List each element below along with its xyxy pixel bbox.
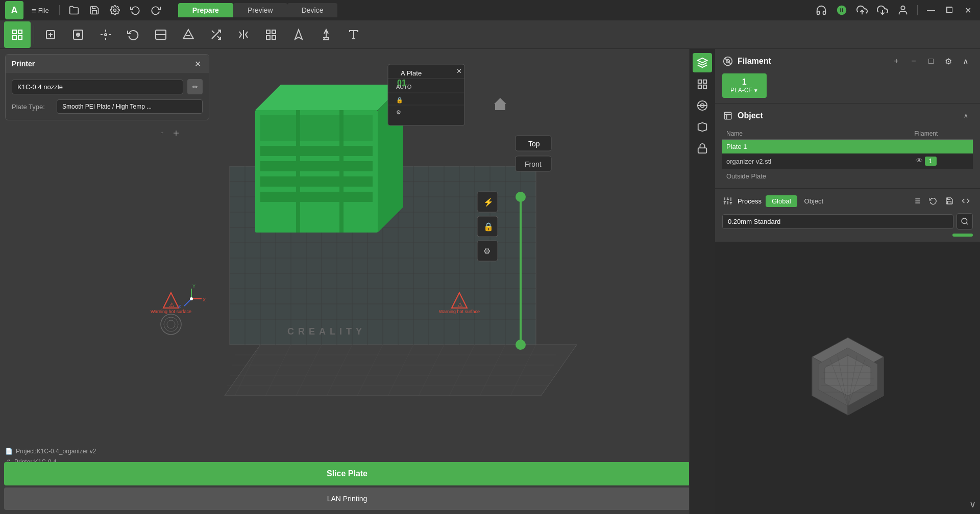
- orbit-icon-btn[interactable]: [693, 96, 712, 115]
- minimize-btn[interactable]: —: [924, 3, 938, 17]
- svg-text:⚙: ⚙: [483, 247, 491, 255]
- tab-prepare[interactable]: Prepare: [178, 3, 233, 17]
- shortcuts-icon-btn[interactable]: [693, 139, 712, 158]
- printer-select[interactable]: K1C-0.4 nozzle: [12, 80, 183, 94]
- add-object-btn[interactable]: [37, 21, 64, 48]
- object-section: Object ∧ Name Filament Plate 1: [715, 104, 980, 189]
- hollow-btn[interactable]: [175, 21, 202, 48]
- file-menu[interactable]: ≡ File: [28, 4, 53, 17]
- cut-btn[interactable]: [148, 21, 174, 48]
- preview-expand-btn[interactable]: ∨: [969, 499, 976, 510]
- titlebar-sep-1: [59, 5, 60, 15]
- filament-section-title: Filament: [738, 57, 771, 66]
- mirror-btn[interactable]: [230, 21, 257, 48]
- maximize-btn[interactable]: ⧠: [942, 3, 957, 17]
- process-settings-btn[interactable]: [959, 194, 973, 208]
- svg-rect-147: [724, 112, 731, 119]
- filament-number: 1: [742, 78, 747, 87]
- filament-list-btn[interactable]: □: [924, 54, 938, 68]
- undo-btn[interactable]: [127, 2, 143, 18]
- printer-edit-btn[interactable]: ✏: [187, 79, 203, 94]
- svg-rect-138: [698, 80, 701, 83]
- svg-text:⚡: ⚡: [483, 197, 494, 207]
- orient-btn[interactable]: [285, 21, 312, 48]
- redo-btn[interactable]: [148, 2, 164, 18]
- svg-rect-7: [18, 36, 22, 39]
- close-btn[interactable]: ✕: [961, 3, 975, 17]
- view-tool-btn[interactable]: [4, 21, 31, 48]
- filament-remove-btn[interactable]: −: [906, 54, 921, 68]
- add-plate-btn[interactable]: [65, 21, 91, 48]
- headset-icon[interactable]: [813, 2, 829, 18]
- rotate-btn[interactable]: [120, 21, 146, 48]
- filament-add-btn[interactable]: +: [889, 54, 903, 68]
- svg-point-0: [113, 9, 116, 12]
- account-icon[interactable]: [895, 2, 911, 18]
- right-panel: Filament + − □ ⚙ ∧ 1 PLA-CF ▼: [715, 49, 980, 514]
- toolbar-sep-1: [34, 25, 34, 44]
- project-row: 📄 Project:K1C-0.4_organizer v2: [5, 446, 96, 457]
- svg-text:Y: Y: [192, 284, 195, 289]
- visibility-icon[interactable]: 👁: [916, 157, 923, 165]
- svg-rect-4: [13, 30, 16, 34]
- layers-icon-btn[interactable]: [693, 53, 712, 72]
- titlebar: A ≡ File Prepare Preview Device: [0, 0, 980, 20]
- right-side-icons: [689, 49, 715, 514]
- tab-object[interactable]: Object: [798, 195, 830, 207]
- process-list-btn[interactable]: [910, 194, 924, 208]
- svg-rect-6: [13, 36, 16, 39]
- process-undo-btn[interactable]: [926, 194, 940, 208]
- tab-preview[interactable]: Preview: [233, 3, 287, 17]
- svg-rect-93: [388, 64, 464, 125]
- transform-btn[interactable]: [92, 21, 119, 48]
- arrange-btn[interactable]: [258, 21, 284, 48]
- support-btn[interactable]: [313, 21, 339, 48]
- filament-icon: [722, 56, 733, 67]
- download-icon[interactable]: [874, 2, 891, 18]
- plate-type-row: Plate Type: Smooth PEI Plate / High Temp…: [12, 99, 203, 114]
- tab-device[interactable]: Device: [287, 3, 338, 17]
- open-folder-btn[interactable]: [66, 2, 82, 18]
- light-icon-btn[interactable]: [693, 117, 712, 137]
- dialog-close-btn[interactable]: ✕: [192, 59, 203, 69]
- svg-text:✕: ✕: [456, 67, 462, 75]
- grid-icon-btn[interactable]: [693, 74, 712, 94]
- svg-rect-26: [266, 36, 270, 39]
- plate-type-select[interactable]: Smooth PEI Plate / High Temp ...: [57, 99, 203, 114]
- svg-line-164: [966, 223, 968, 224]
- svg-text:01: 01: [397, 79, 406, 87]
- network-icon[interactable]: [834, 2, 850, 18]
- filament-type: PLA-CF: [730, 87, 752, 94]
- split-btn[interactable]: [203, 21, 229, 48]
- process-search-btn[interactable]: [957, 213, 973, 229]
- object-collapse-btn[interactable]: ∧: [959, 109, 973, 123]
- filament-chip[interactable]: 1 PLA-CF ▼: [722, 73, 767, 98]
- process-save-btn[interactable]: [942, 194, 957, 208]
- text-btn[interactable]: [340, 21, 367, 48]
- preview-svg: [776, 322, 919, 434]
- svg-text:🔒: 🔒: [483, 222, 494, 232]
- dialog-header: Printer ✕: [6, 55, 209, 73]
- filament-collapse-btn[interactable]: ∧: [959, 54, 973, 68]
- svg-marker-143: [698, 123, 706, 132]
- svg-text:Warning hot surface: Warning hot surface: [439, 309, 480, 314]
- object-row[interactable]: organizer v2.stl 👁 1: [722, 153, 973, 169]
- settings-btn[interactable]: [107, 2, 123, 18]
- titlebar-sep-2: [917, 5, 918, 15]
- svg-text:+: +: [161, 131, 163, 136]
- filament-settings-btn[interactable]: ⚙: [941, 54, 955, 68]
- save-btn[interactable]: [86, 2, 103, 18]
- plate-row[interactable]: Plate 1: [722, 140, 973, 154]
- upload-icon[interactable]: [854, 2, 870, 18]
- svg-point-115: [516, 340, 526, 350]
- process-profile-select[interactable]: 0.20mm Standard: [722, 214, 953, 229]
- tab-global[interactable]: Global: [766, 195, 797, 207]
- plate-name: Plate 1: [722, 140, 973, 154]
- slice-btn[interactable]: Slice Plate: [4, 462, 690, 485]
- svg-text:⚙: ⚙: [396, 109, 401, 115]
- preview-panel: ∨: [715, 242, 980, 514]
- lan-btn[interactable]: LAN Printing: [4, 487, 690, 510]
- viewport[interactable]: Printer ✕ K1C-0.4 nozzle ✏ Plate Type: S…: [0, 49, 715, 514]
- process-scroll-indicator: [952, 234, 973, 237]
- svg-marker-137: [697, 58, 706, 63]
